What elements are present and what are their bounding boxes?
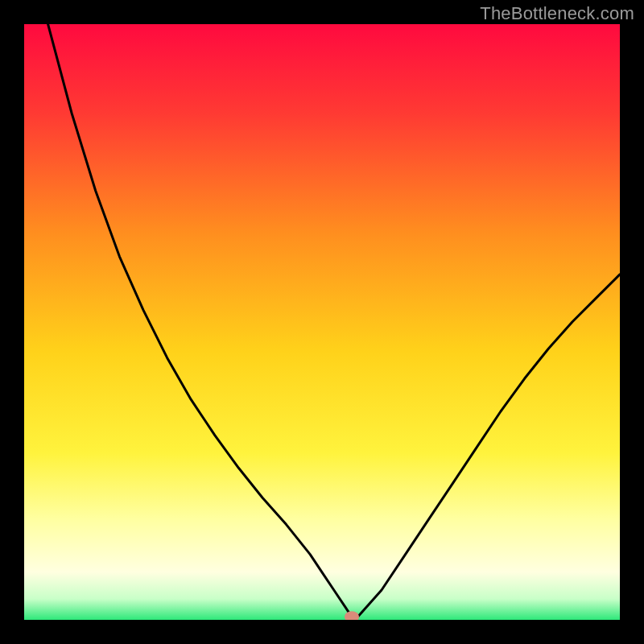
plot-area [24, 24, 620, 620]
chart-frame: TheBottleneck.com [0, 0, 644, 644]
watermark-text: TheBottleneck.com [480, 3, 634, 24]
chart-svg [24, 24, 620, 620]
gradient-background [24, 24, 620, 620]
